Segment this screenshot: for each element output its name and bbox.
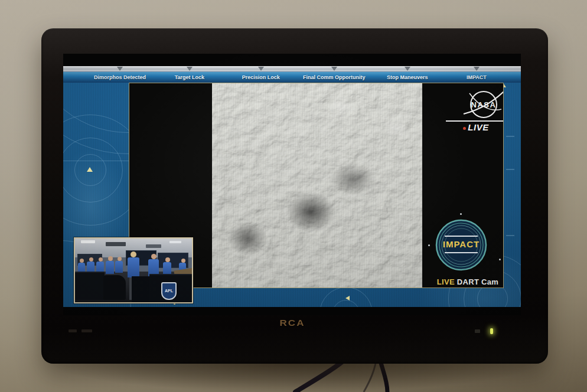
live-indicator: LIVE: [446, 122, 504, 132]
person-head: [118, 257, 122, 261]
person-head: [80, 259, 84, 263]
marker-triangle-left: [87, 167, 93, 172]
tv-screen: NASA LIVE IMPACT LIVE DART Cam: [63, 54, 521, 315]
timeline-stage: Dimorphos Detected: [94, 74, 146, 80]
tv-brand-logo: RCA: [263, 318, 322, 329]
person-head: [181, 259, 185, 263]
timeline-tick-icon: [187, 67, 193, 71]
live-dot-icon: [463, 127, 466, 130]
timeline-tick-icon: [258, 67, 264, 71]
apl-logo: APL: [161, 282, 177, 300]
timeline-track: [63, 66, 521, 71]
timeline-stage: Stop Maneuvers: [387, 74, 428, 80]
timeline-tick-icon: [331, 67, 337, 71]
asteroid-shadows: [212, 83, 422, 288]
timeline-stage: Precision Lock: [242, 74, 280, 80]
person-head: [99, 257, 103, 262]
asteroid-surface-image: [212, 83, 422, 288]
camera-caption-live: LIVE: [437, 277, 455, 286]
live-divider: [446, 120, 504, 122]
timeline-tick-icon: [117, 67, 123, 71]
timeline-stage: Final Comm Opportunity: [303, 74, 366, 80]
person: [106, 261, 114, 274]
blueprint-tick: [506, 136, 514, 137]
badge-rule-bottom: [445, 252, 478, 253]
nasa-logo: NASA: [454, 84, 504, 121]
ceiling-vent: [106, 242, 126, 246]
person-head: [151, 254, 156, 259]
console: [75, 272, 105, 300]
timeline-tick-icon: [405, 67, 410, 71]
mission-control-pip: APL: [74, 237, 193, 303]
ceiling-light: [169, 241, 181, 243]
bezel-marking: [69, 329, 77, 332]
timeline-stage: IMPACT: [467, 74, 487, 80]
person: [115, 261, 123, 273]
badge-rule-top: [445, 236, 478, 237]
timeline-bar: Dimorphos Detected Target Lock Precision…: [63, 71, 521, 83]
office-chair: [103, 275, 126, 300]
camera-caption: LIVE DART Cam: [425, 277, 504, 286]
person-head: [165, 257, 170, 262]
screen-top-band: [63, 54, 521, 66]
monitor: [132, 276, 149, 302]
power-led: [490, 328, 493, 334]
ceiling-light: [81, 240, 95, 243]
person: [163, 262, 171, 274]
ceiling-vent: [146, 244, 161, 248]
blueprint-line: [63, 161, 129, 161]
timeline-tick-icon: [474, 67, 480, 71]
person-head: [89, 257, 93, 262]
timeline-stage: Target Lock: [175, 74, 204, 80]
deco-dot: [428, 244, 430, 246]
marker-triangle-bottom: [345, 296, 350, 300]
deco-dot: [460, 213, 462, 215]
blueprint-tick: [506, 235, 514, 236]
bezel-marking: [81, 329, 92, 332]
person-head: [108, 256, 113, 261]
camera-caption-text: DART Cam: [457, 277, 498, 286]
blueprint-tick: [506, 169, 514, 170]
screen-bottom-band: [63, 307, 521, 315]
live-label: LIVE: [468, 122, 488, 132]
impact-badge-label: IMPACT: [434, 239, 488, 249]
person-head: [131, 251, 136, 257]
person: [128, 257, 139, 277]
standby-indicator: [475, 329, 480, 333]
scene: RCA: [0, 0, 587, 392]
deco-dot: [499, 259, 501, 260]
nasa-wordmark: NASA: [471, 100, 497, 109]
